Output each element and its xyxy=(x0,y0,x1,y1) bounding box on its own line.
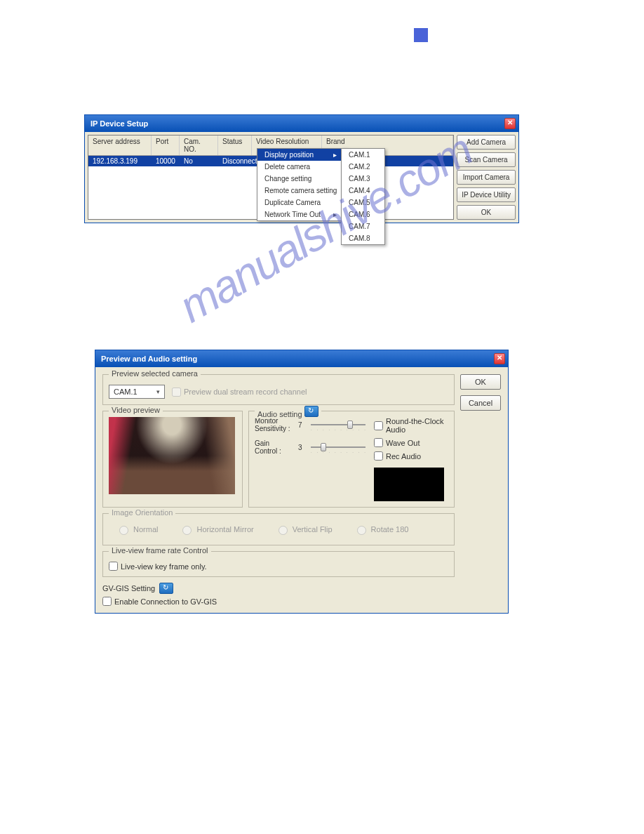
wave-out-checkbox[interactable]: Wave Out xyxy=(374,438,448,447)
audio-meter xyxy=(374,468,444,501)
cell-port: 10000 xyxy=(152,156,180,166)
checkbox-input[interactable] xyxy=(102,597,112,606)
live-view-group: Live-view frame rate Control Live-view k… xyxy=(102,551,455,577)
rec-audio-checkbox[interactable]: Rec Audio xyxy=(374,451,448,461)
checkbox-input[interactable] xyxy=(374,421,383,430)
cancel-button[interactable]: Cancel xyxy=(460,395,501,411)
col-server[interactable]: Server address xyxy=(88,135,152,155)
image-orientation-group: Image Orientation Normal Horizontal Mirr… xyxy=(102,513,455,545)
checkbox-input[interactable] xyxy=(374,438,383,447)
monitor-slider[interactable]: ·········· xyxy=(311,419,365,430)
group-label: Image Orientation xyxy=(109,508,175,517)
slider-label: Monitor Sensitivity : xyxy=(255,417,294,432)
col-status[interactable]: Status xyxy=(218,135,252,155)
audio-setting-group: Audio setting Monitor Sensitivity : 7 xyxy=(248,411,455,508)
checkbox-input[interactable] xyxy=(374,451,383,461)
radio-input xyxy=(182,526,192,535)
checkbox-input[interactable] xyxy=(109,562,118,571)
orient-normal: Normal xyxy=(116,524,158,535)
window-title: Preview and Audio setting xyxy=(101,355,197,363)
gvgis-label: GV-GIS Setting xyxy=(102,583,455,594)
group-label: Audio setting xyxy=(255,406,321,418)
cell-status: Disconnect xyxy=(218,156,252,166)
col-port[interactable]: Port xyxy=(152,135,180,155)
ip-device-utility-button[interactable]: IP Device Utility xyxy=(457,187,516,202)
orient-vflip: Vertical Flip xyxy=(275,524,333,535)
radio-input xyxy=(279,526,288,535)
group-label: Live-view frame rate Control xyxy=(109,546,211,555)
slider-label: Gain Control : xyxy=(255,439,294,455)
round-clock-checkbox[interactable]: Round-the-Clock Audio xyxy=(374,417,448,434)
submenu-item[interactable]: CAM.1 xyxy=(342,149,384,161)
menu-change-setting[interactable]: Change setting xyxy=(257,173,347,185)
menu-delete-camera[interactable]: Delete camera xyxy=(257,161,347,173)
watermark: manualshive.com xyxy=(35,223,609,343)
page-marker xyxy=(414,28,428,42)
cell-camno: No xyxy=(180,156,218,166)
preview-group: Preview selected camera CAM.1 Preview du… xyxy=(102,374,455,405)
ok-button[interactable]: OK xyxy=(457,205,516,220)
video-preview-image xyxy=(109,417,235,494)
menu-display-position[interactable]: Display position ▸ xyxy=(257,149,347,161)
slider-value: 3 xyxy=(298,444,307,451)
checkbox-input xyxy=(172,388,181,397)
radio-input xyxy=(119,526,128,535)
slider-value: 7 xyxy=(298,421,307,429)
window-title: IP Device Setup xyxy=(90,119,148,128)
dual-stream-checkbox: Preview dual stream record channel xyxy=(172,388,307,397)
group-label: Video preview xyxy=(109,406,163,414)
refresh-icon[interactable] xyxy=(304,406,318,417)
group-label: Preview selected camera xyxy=(109,369,201,378)
gain-slider[interactable]: ·········· xyxy=(311,442,365,453)
video-preview-group: Video preview xyxy=(102,411,243,508)
preview-audio-window: Preview and Audio setting Preview select… xyxy=(95,350,509,614)
col-camno[interactable]: Cam. NO. xyxy=(180,135,218,155)
live-view-keyframe-checkbox[interactable]: Live-view key frame only. xyxy=(109,562,448,571)
close-icon[interactable] xyxy=(494,353,505,364)
dialog-buttons: OK Cancel xyxy=(460,374,501,606)
camera-select[interactable]: CAM.1 xyxy=(109,385,165,399)
gvgis-enable-checkbox[interactable]: Enable Connection to GV-GIS xyxy=(102,597,455,606)
ok-button[interactable]: OK xyxy=(460,374,501,390)
refresh-icon[interactable] xyxy=(159,583,173,594)
orient-hmirror: Horizontal Mirror xyxy=(179,524,253,535)
close-icon[interactable] xyxy=(504,118,516,129)
radio-input xyxy=(357,526,366,535)
gain-control-row: Gain Control : 3 ·········· xyxy=(255,439,365,455)
titlebar[interactable]: Preview and Audio setting xyxy=(95,350,508,367)
cell-server: 192.168.3.199 xyxy=(88,156,152,166)
orient-rotate180: Rotate 180 xyxy=(354,524,409,535)
monitor-sensitivity-row: Monitor Sensitivity : 7 ·········· xyxy=(255,417,365,432)
